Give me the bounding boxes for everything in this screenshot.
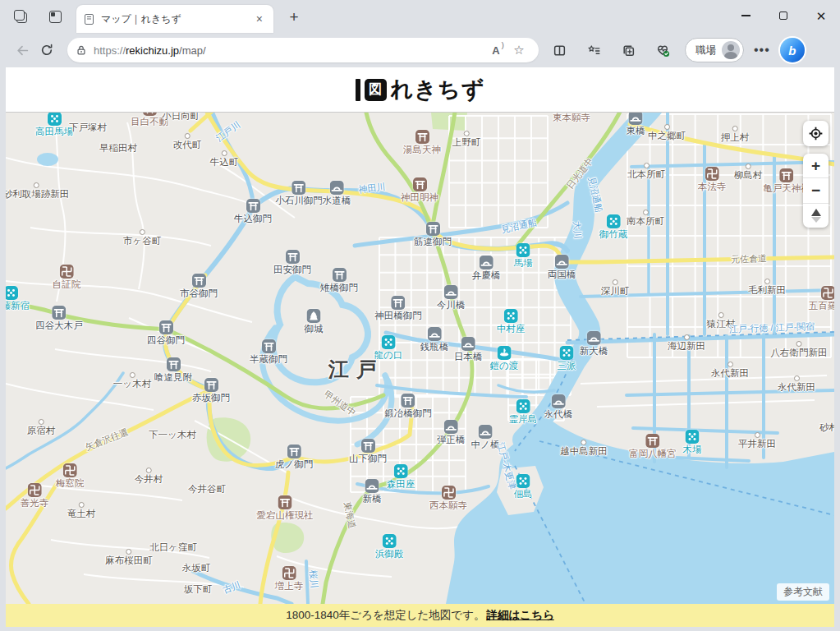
workspaces-button[interactable] [7, 4, 34, 29]
window-controls: ✕ [727, 0, 840, 33]
maximize-button[interactable] [764, 0, 802, 31]
site-logo[interactable]: 図 れきちず [356, 75, 485, 104]
lock-icon [76, 44, 87, 56]
browser-toolbar: https://rekichizu.jp/map/ A ☆ 職場 ••• b [0, 33, 840, 67]
zoom-control: + − [803, 154, 829, 228]
logo-bar-icon [356, 79, 360, 101]
page-content: 図 れきちず [6, 67, 834, 627]
favorites-icon [587, 44, 601, 58]
compass-south-icon [811, 217, 821, 223]
favorite-this-page-button[interactable]: ☆ [507, 40, 530, 60]
address-bar[interactable]: https://rekichizu.jp/map/ A ☆ [67, 38, 539, 62]
logo-text: れきちず [391, 75, 485, 104]
back-icon [16, 44, 30, 58]
notice-banner: 1800-1840年ごろを想定した地図です。詳細はこちら [6, 604, 834, 627]
workspaces-icon [14, 10, 27, 23]
logo-map-icon: 図 [365, 79, 387, 101]
tab-actions-icon [49, 11, 62, 23]
refresh-button[interactable] [34, 38, 59, 62]
edge-window: { "browser": { "tab_title": "マップ｜れきちず", … [0, 0, 840, 631]
close-icon: ✕ [816, 10, 827, 22]
minimize-icon [741, 15, 750, 16]
tab-close-icon[interactable]: × [254, 12, 265, 25]
locate-icon [809, 127, 823, 140]
refresh-icon [40, 44, 53, 57]
maximize-icon [779, 12, 787, 20]
split-screen-icon [553, 44, 567, 58]
locate-button[interactable] [803, 121, 829, 146]
back-button[interactable] [10, 38, 34, 62]
read-aloud-icon: A [492, 44, 499, 57]
close-button[interactable]: ✕ [802, 0, 840, 31]
zoom-out-button[interactable]: − [803, 177, 829, 202]
bing-icon: b [788, 44, 796, 58]
favorites-button[interactable] [580, 38, 608, 62]
minimize-button[interactable] [727, 0, 764, 31]
profile-button[interactable]: 職場 [685, 38, 744, 62]
collections-icon [622, 44, 636, 58]
new-tab-button[interactable]: + [283, 8, 305, 26]
map-canvas[interactable]: 高田馬場内藤新宿龍の口馬場中村座御竹蔵森田座浜御殿鎧の渡三派霊岸島佃島木場小石川… [6, 113, 834, 604]
read-aloud-button[interactable]: A [484, 40, 507, 60]
browser-tab[interactable]: マップ｜れきちず × [76, 5, 273, 33]
map-base-art [6, 113, 834, 604]
references-button[interactable]: 参考文献 [777, 583, 829, 601]
collections-button[interactable] [614, 38, 642, 62]
browser-essentials-icon [655, 43, 670, 58]
split-screen-button[interactable] [545, 38, 573, 62]
tab-actions-button[interactable] [41, 4, 69, 29]
bing-chat-button[interactable]: b [780, 38, 805, 62]
avatar [722, 41, 740, 59]
site-header: 図 れきちず [6, 67, 834, 113]
zoom-in-button[interactable]: + [803, 154, 829, 177]
star-icon: ☆ [513, 43, 524, 58]
browser-titlebar: マップ｜れきちず × + ✕ [0, 0, 840, 33]
settings-menu-button[interactable]: ••• [754, 43, 770, 58]
details-link[interactable]: 詳細はこちら [487, 608, 554, 623]
profile-label: 職場 [695, 44, 716, 58]
notice-text: 1800-1840年ごろを想定した地図です。 [286, 608, 484, 623]
compass-button[interactable] [803, 203, 829, 228]
url-text: https://rekichizu.jp/map/ [94, 44, 484, 57]
tab-title: マップ｜れきちず [101, 12, 254, 26]
page-favicon-icon [85, 14, 94, 25]
browser-essentials-button[interactable] [649, 38, 677, 62]
compass-north-icon [811, 209, 821, 216]
